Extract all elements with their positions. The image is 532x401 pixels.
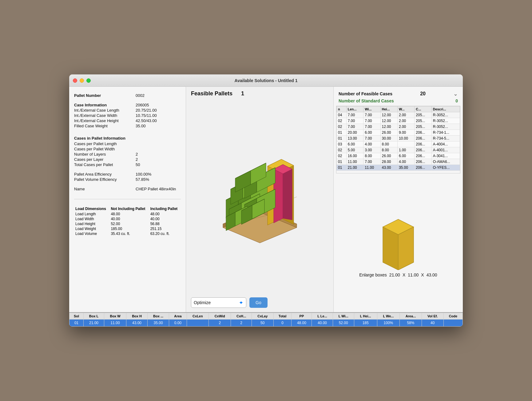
load-width-ip: 40.00 [149,216,181,221]
cases-table-row[interactable]: 027.007.0012.002.00205...R-3052... [337,118,460,124]
num-feasible-cases-count: 20 [420,91,426,97]
cases-table-cell: 8.00 [363,153,380,159]
box-preview-area: Enlarge boxes 21.00 X 11.00 X 43.00 [334,173,463,312]
int-ext-height-value: 42.50/43.00 [136,118,157,123]
pallet-area-eff-row: Pallet Area Efficiency 100.00% [74,172,181,177]
cases-table-cell: 4.00 [397,159,414,165]
cases-table-row[interactable]: 0111.007.0028.004.00206...O-AMA6... [337,159,460,165]
cases-table-cell: 8.00 [380,141,397,147]
cases-per-width-row: Cases per Pallet Width [74,146,181,152]
bottom-table-cell: 50 [252,320,274,327]
cases-table-cell: R-3052... [431,124,460,130]
bottom-table-header-cell: Code [443,313,463,320]
int-ext-length-value: 20.75/21.00 [136,108,157,113]
bottom-table-cell: 01 [69,320,84,327]
cases-per-length-label: Cases per Pallet Length [74,141,136,146]
cases-per-layer-label: Cases per Layer [74,157,136,162]
bottom-table-header-cell: Sol [69,313,84,320]
bottom-table-header-row: SolBox LBox WBox HBox ...AreaCxLenCxWidC… [69,313,463,320]
bottom-table-header-cell: L Hei... [354,313,377,320]
cases-table-cell: 4.00 [363,141,380,147]
cases-table-cell: 9.00 [397,130,414,136]
window-title: Available Solutions - Untitled 1 [235,78,298,83]
col-descri: Descri... [431,106,460,112]
load-width-label: Load Width [74,216,109,221]
cases-table-row[interactable]: 0121.0011.0043.0035.00206...O-YFES... [337,165,460,171]
int-ext-width-value: 10.75/11.00 [136,113,157,118]
int-ext-height-row: Int./External Case Height 42.50/43.00 [74,118,181,123]
cases-table-row[interactable]: 0216.008.0026.006.00206...A-3041... [337,153,460,159]
cases-table-cell: O-AMA6... [431,159,460,165]
int-ext-width-label: Int./External Case Width [74,113,136,118]
cases-table-cell: 7.00 [346,124,363,130]
load-volume-ip: 63.20 cu. ft. [149,231,181,236]
bottom-table-header-cell: Vol Ef. [422,313,443,320]
cases-table-cell: 7.00 [346,112,363,118]
load-volume-nip: 35.43 cu. ft. [109,231,149,236]
dropdown-arrow-icon[interactable]: ⌄ [453,90,458,97]
maximize-button[interactable] [86,78,91,83]
cases-table-wrapper[interactable]: n Len... Wi... Hei... W... C... Descri..… [336,106,460,173]
traffic-lights [73,78,91,83]
cases-table-cell: 02 [337,153,347,159]
num-layers-value: 2 [136,152,138,157]
cases-table-cell: 206... [415,165,431,171]
bottom-table-row[interactable]: 0121.0011.0043.0035.000.002250048.0040.0… [69,320,463,327]
right-top-section: Number of Feasible Cases 20 ⌄ Number of … [334,87,463,106]
total-cases-row: Total Cases per Pallet 50 [74,162,181,167]
not-incl-pallet-header: Not Including Pallet [109,206,149,212]
cases-table-cell: 12.00 [380,118,397,124]
cases-table-cell: 1.00 [397,147,414,153]
feasible-pallets-count: 1 [241,90,244,97]
standard-cases-header-row: Number of Standard Cases 0 [339,98,458,103]
bottom-table-header-cell: Box L [84,313,104,320]
total-cases-label: Total Cases per Pallet [74,162,136,167]
cases-table-cell: 26.00 [380,130,397,136]
bottom-table-cell: 2 [231,320,252,327]
num-standard-cases-count: 0 [455,98,458,103]
go-button[interactable]: Go [249,297,268,308]
cases-table-cell: 7.00 [363,112,380,118]
bottom-table-header-cell: Area [169,313,187,320]
case-info-row: Case Information 206005 [74,102,181,108]
cases-table-row[interactable]: 0113.007.0030.0010.00206...R-734-5... [337,136,460,141]
cases-table-row[interactable]: 025.003.008.001.00206...A-4001... [337,147,460,153]
optimize-select[interactable]: Optimize [191,297,246,308]
bottom-table-header-cell: CxLay [252,313,274,320]
cases-table-cell: 28.00 [380,159,397,165]
cases-table-cell: 206... [415,153,431,159]
bottom-table-wrapper: SolBox LBox WBox HBox ...AreaCxLenCxWidC… [69,312,463,327]
pallet-vol-eff-value: 57.85% [136,177,149,182]
bottom-table-header-cell: Total [273,313,292,320]
enlarge-x2-val: 11.00 [408,272,419,277]
cases-table-row[interactable]: 027.007.0012.002.00205...R-3052... [337,124,460,130]
bottom-table-cell: 43.00 [126,320,148,327]
cases-table-cell: 7.00 [346,118,363,124]
case-info-value: 206005 [136,103,149,107]
load-volume-label: Load Volume [74,231,109,236]
cases-table-row[interactable]: 047.007.0012.002.00205...R-3052... [337,112,460,118]
bottom-table-header-cell: L We... [377,313,400,320]
box-preview-svg [377,208,420,270]
col-hei: Hei... [380,106,397,112]
center-top-bar: Feasible Pallets 1 [186,87,333,99]
pallet-vol-eff-row: Pallet Volume Efficiency 57.85% [74,177,181,182]
pallet-area-eff-label: Pallet Area Efficiency [74,172,136,177]
cases-table-cell: 43.00 [380,165,397,171]
load-height-row: Load Height 52.00 56.88 [74,221,181,226]
bottom-table-header-cell: Box ... [147,313,169,320]
name-label: Name [74,187,136,191]
close-button[interactable] [73,78,77,83]
cases-table-cell: 206... [415,147,431,153]
minimize-button[interactable] [80,78,84,83]
efficiency-section: Pallet Area Efficiency 100.00% Pallet Vo… [74,172,181,182]
load-weight-nip: 185.00 [109,226,149,231]
cases-table-cell: 6.00 [363,130,380,136]
cases-table-row[interactable]: 036.004.008.00206...A-4004... [337,141,460,147]
bottom-table-body: 0121.0011.0043.0035.000.002250048.0040.0… [69,320,463,327]
cases-table-row[interactable]: 0120.006.0026.009.00206...R-734-1... [337,130,460,136]
cases-table-cell: 02 [337,118,347,124]
cases-table-cell: 205... [415,118,431,124]
bottom-table-header-cell: CxWid [209,313,231,320]
bottom-table-cell [443,320,463,327]
